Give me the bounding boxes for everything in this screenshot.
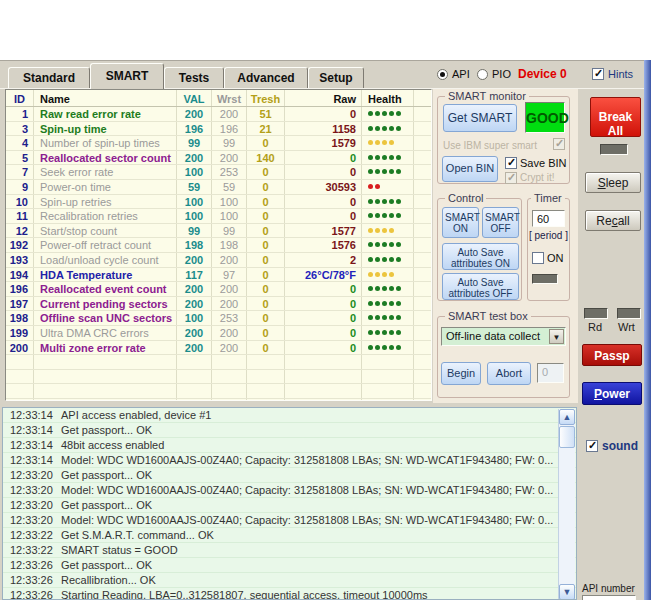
- health-dot-icon: [375, 140, 380, 145]
- scroll-down-icon[interactable]: ▼: [559, 584, 575, 600]
- tab-tests[interactable]: Tests: [164, 67, 224, 88]
- tab-smart[interactable]: SMART: [90, 63, 164, 89]
- table-row[interactable]: 9 Power-on time 59 59 0 30593: [6, 180, 431, 195]
- health-dot-icon: [382, 140, 387, 145]
- log-line: 12:33:14 Get passport... OK: [3, 423, 576, 438]
- table-row[interactable]: 1 Raw read error rate 200 200 51 0: [6, 107, 431, 122]
- hints-checkbox[interactable]: [592, 68, 604, 80]
- log-scrollbar[interactable]: ▲ ▼: [558, 409, 575, 600]
- table-row[interactable]: [6, 399, 431, 401]
- pio-radio[interactable]: [477, 69, 488, 80]
- dropdown-arrow-icon[interactable]: ▼: [549, 329, 564, 344]
- health-dot-icon: [396, 330, 401, 335]
- table-row[interactable]: [6, 355, 431, 370]
- timer-on-checkbox[interactable]: [532, 252, 544, 264]
- log-timestamp: 12:33:20: [10, 484, 53, 496]
- table-row[interactable]: 192 Power-off retract count 198 198 0 15…: [6, 238, 431, 253]
- table-row[interactable]: 200 Multi zone error rate 200 200 0 0: [6, 341, 431, 356]
- health-dot-icon: [396, 169, 401, 174]
- smart-status-indicator: GOOD: [525, 102, 565, 133]
- health-dot-icon: [389, 199, 394, 204]
- log-timestamp: 12:33:22: [10, 529, 53, 541]
- api-number-label: API number: [582, 583, 635, 594]
- tab-setup[interactable]: Setup: [308, 67, 364, 88]
- smart-off-button[interactable]: SMART OFF: [482, 207, 519, 238]
- passp-button[interactable]: Passp: [582, 344, 642, 366]
- get-smart-button[interactable]: Get SMART: [443, 104, 517, 132]
- table-row[interactable]: 197 Current pending sectors 200 200 0 0: [6, 297, 431, 312]
- save-bin-label: Save BIN: [520, 157, 566, 169]
- table-row[interactable]: 5 Reallocated sector count 200 200 140 0: [6, 151, 431, 166]
- table-row[interactable]: 194 HDA Temperature 117 97 0 26°C/78°F: [6, 268, 431, 283]
- auto-save-attributes-on-button[interactable]: Auto Save attributes ON: [442, 243, 519, 270]
- smart-on-button[interactable]: SMART ON: [442, 207, 479, 238]
- table-row[interactable]: 193 Load/unload cycle count 200 200 0 2: [6, 253, 431, 268]
- health-dot-icon: [368, 199, 373, 204]
- api-radio-label: API: [452, 68, 470, 80]
- scrollbar-thumb[interactable]: [559, 426, 575, 448]
- tab-advanced[interactable]: Advanced: [224, 67, 308, 88]
- timer-period-label: [ period ]: [529, 230, 568, 241]
- col-header-val: VAL: [177, 90, 212, 106]
- sleep-button[interactable]: Sleep: [585, 172, 641, 193]
- health-dot-icon: [375, 330, 380, 335]
- smart-test-box-title: SMART test box: [445, 310, 531, 322]
- health-dot-icon: [368, 301, 373, 306]
- table-row[interactable]: 7 Seek error rate 100 253 0 0: [6, 165, 431, 180]
- begin-test-button[interactable]: Begin: [441, 362, 481, 385]
- health-dot-icon: [389, 242, 394, 247]
- api-radio[interactable]: [437, 69, 448, 80]
- table-row[interactable]: 3 Spin-up time 196 196 21 1158: [6, 122, 431, 137]
- col-header-id: ID: [6, 90, 34, 106]
- ibm-super-smart-label: Use IBM super smart: [443, 140, 537, 151]
- health-dot-icon: [368, 242, 373, 247]
- health-dot-icon: [368, 184, 373, 189]
- break-all-button[interactable]: Break All: [590, 97, 641, 137]
- table-row[interactable]: 199 Ultra DMA CRC errors 200 200 0 0: [6, 326, 431, 341]
- health-dot-icon: [375, 345, 380, 350]
- health-dot-icon: [389, 155, 394, 160]
- health-dot-icon: [375, 184, 380, 189]
- health-dot-icon: [389, 126, 394, 131]
- sound-checkbox[interactable]: [586, 440, 598, 452]
- table-row[interactable]: 196 Reallocated event count 200 200 0 0: [6, 282, 431, 297]
- log-message: API access enabled, device #1: [61, 409, 211, 421]
- table-row[interactable]: 198 Offline scan UNC sectors 100 253 0 0: [6, 311, 431, 326]
- log-timestamp: 12:33:20: [10, 499, 53, 511]
- save-bin-checkbox[interactable]: [505, 157, 517, 169]
- health-dot-icon: [389, 315, 394, 320]
- log-message: Model: WDC WD1600AAJS-00Z4A0; Capacity: …: [61, 514, 553, 526]
- log-timestamp: 12:33:22: [10, 544, 53, 556]
- health-dot-icon: [368, 272, 373, 277]
- scroll-up-icon[interactable]: ▲: [559, 409, 575, 425]
- table-row[interactable]: 11 Recalibration retries 100 100 0 0: [6, 209, 431, 224]
- log-lines: 12:33:14 API access enabled, device #1 1…: [3, 408, 576, 600]
- test-select-dropdown[interactable]: Off-line data collect ▼: [441, 327, 566, 346]
- api-number-input[interactable]: [582, 595, 636, 600]
- log-timestamp: 12:33:20: [10, 469, 53, 481]
- sound-label: sound: [602, 439, 638, 453]
- open-bin-button[interactable]: Open BIN: [442, 156, 498, 182]
- table-row[interactable]: 4 Number of spin-up times 99 99 0 1579: [6, 136, 431, 151]
- log-message: 48bit access enabled: [61, 439, 164, 451]
- log-message: Model: WDC WD1600AAJS-00Z4A0; Capacity: …: [61, 484, 553, 496]
- health-dot-icon: [368, 330, 373, 335]
- log-timestamp: 12:33:26: [10, 574, 53, 586]
- timer-period-input[interactable]: 60: [532, 210, 565, 227]
- power-button[interactable]: Power: [582, 382, 642, 405]
- log-line: 12:33:22 Get S.M.A.R.T. command... OK: [3, 528, 576, 543]
- health-dot-icon: [396, 111, 401, 116]
- table-row[interactable]: [6, 384, 431, 399]
- abort-test-button[interactable]: Abort: [487, 362, 531, 385]
- health-dot-icon: [375, 257, 380, 262]
- auto-save-attributes-off-button[interactable]: Auto Save attributes OFF: [442, 273, 519, 300]
- table-row[interactable]: 10 Spin-up retries 100 100 0 0: [6, 195, 431, 210]
- table-row[interactable]: [6, 370, 431, 385]
- table-row[interactable]: 12 Start/stop count 99 99 0 1577: [6, 224, 431, 239]
- health-dot-icon: [389, 272, 394, 277]
- log-line: 12:33:26 Starting Reading, LBA=0..312581…: [3, 588, 576, 600]
- tab-standard[interactable]: Standard: [8, 67, 90, 88]
- health-dot-icon: [389, 286, 394, 291]
- ibm-super-smart-checkbox: [553, 138, 565, 150]
- recall-button[interactable]: Recall: [585, 210, 641, 231]
